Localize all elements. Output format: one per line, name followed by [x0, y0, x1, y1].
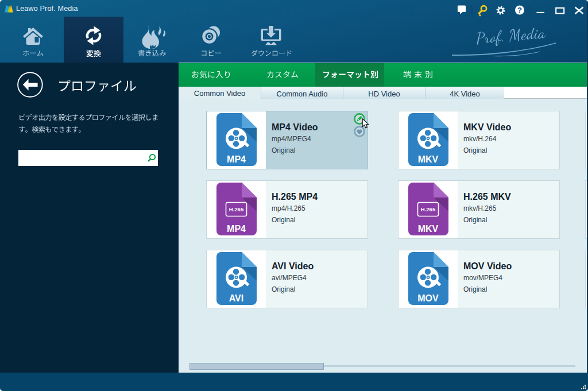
svg-text:MKV: MKV [418, 154, 439, 164]
svg-text:MP4: MP4 [227, 154, 246, 164]
svg-text:H.265: H.265 [421, 206, 436, 212]
svg-text:MP4: MP4 [227, 224, 246, 234]
svg-text:?: ? [517, 6, 522, 14]
svg-text:AVI: AVI [229, 293, 243, 303]
svg-text:MKV: MKV [418, 224, 439, 234]
svg-text:MOV: MOV [417, 293, 439, 303]
svg-text:H.265: H.265 [229, 206, 244, 212]
